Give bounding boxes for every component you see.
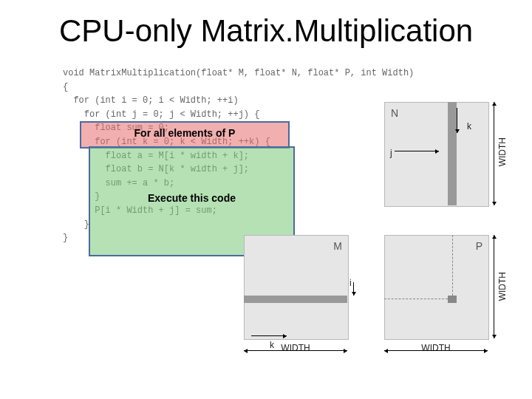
width-label-M: WIDTH (244, 343, 347, 353)
width-arrow-P (384, 350, 488, 351)
highlight-cell-P (448, 296, 457, 303)
arrow-k-N (457, 108, 457, 133)
width-label-P: WIDTH (384, 343, 488, 353)
arrow-i (353, 282, 354, 296)
width-label-P-vert: WIDTH (497, 272, 508, 301)
width-arrow-M (244, 350, 347, 351)
label-i: i (349, 278, 352, 288)
highlight-row-M (244, 296, 347, 303)
matrix-N-label: N (391, 107, 398, 119)
code-line: for (int i = 0; i < Width; ++i) (63, 95, 239, 106)
matrix-N: N (384, 102, 489, 207)
code-line: { (63, 82, 68, 92)
matrix-M: M (244, 235, 349, 340)
highlight-column-N (448, 102, 457, 205)
slide: CPU-only Matrix.Multiplication void Matr… (0, 0, 532, 399)
arrow-k-M (251, 335, 287, 336)
slide-title: CPU-only Matrix.Multiplication (59, 13, 473, 49)
width-arrow-N (494, 102, 494, 205)
code-line: } (63, 219, 89, 230)
width-arrow-P-vert (494, 235, 494, 338)
arrow-j (395, 151, 439, 151)
code-line: void MatrixMultiplication(float* M, floa… (63, 68, 414, 78)
label-k-N: k (467, 121, 471, 132)
matrix-diagram: N M P k j i k WIDTH WIDTH WIDTH WIDTH (229, 102, 514, 353)
dashed-guide-vertical (452, 235, 453, 296)
label-j: j (390, 148, 392, 158)
matrix-M-label: M (333, 240, 342, 252)
width-label-N: WIDTH (497, 137, 508, 166)
matrix-P-label: P (476, 240, 482, 252)
dashed-guide-horizontal (384, 299, 448, 299)
code-line: } (63, 233, 68, 243)
matrix-P: P (384, 235, 489, 340)
